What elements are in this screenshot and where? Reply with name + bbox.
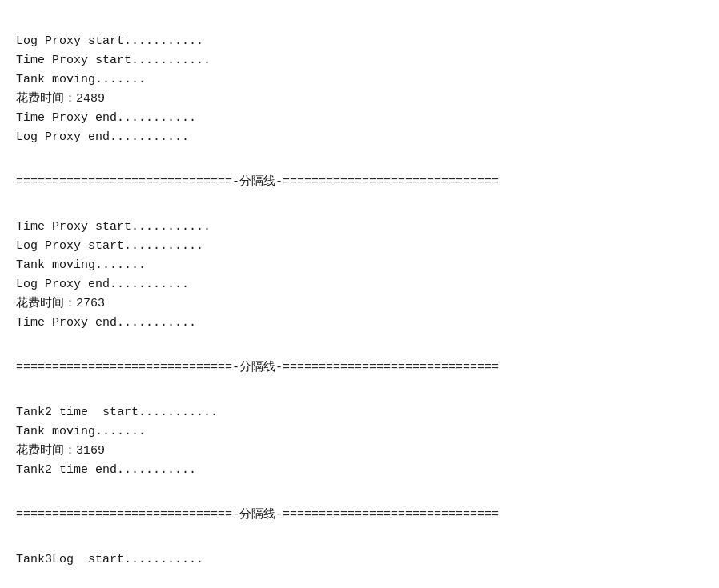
console-line: Tank2 time end........... (16, 461, 703, 480)
console-line: Tank moving....... (16, 256, 703, 275)
blank-line (16, 480, 703, 499)
divider-line: ==============================-分隔线-=====… (16, 358, 703, 378)
console-line: Time Proxy start........... (16, 218, 703, 237)
blank-line (16, 147, 703, 166)
console-line: Log Proxy start........... (16, 237, 703, 256)
console-line: Tank moving....... (16, 422, 703, 442)
console-output: Log Proxy start...........Time Proxy sta… (16, 13, 703, 570)
divider-line: ==============================-分隔线-=====… (16, 173, 703, 192)
console-line: 花费时间：3169 (16, 442, 703, 461)
console-line: Time Proxy end........... (16, 314, 703, 333)
console-line: Log Proxy end........... (16, 275, 703, 294)
console-line: 花费时间：2489 (16, 90, 703, 109)
console-line: 花费时间：2763 (16, 294, 703, 314)
blank-line (16, 384, 703, 403)
console-line: Log Proxy end........... (16, 128, 703, 147)
console-line: Tank2 time start........... (16, 403, 703, 422)
blank-line (16, 531, 703, 550)
divider-line: ==============================-分隔线-=====… (16, 506, 703, 525)
console-line: Time Proxy end........... (16, 109, 703, 128)
console-line: Tank3Log start........... (16, 550, 703, 570)
console-line: Log Proxy start........... (16, 32, 703, 51)
console-line: Time Proxy start........... (16, 51, 703, 70)
blank-line (16, 198, 703, 218)
console-line: Tank moving....... (16, 70, 703, 90)
blank-line (16, 333, 703, 352)
